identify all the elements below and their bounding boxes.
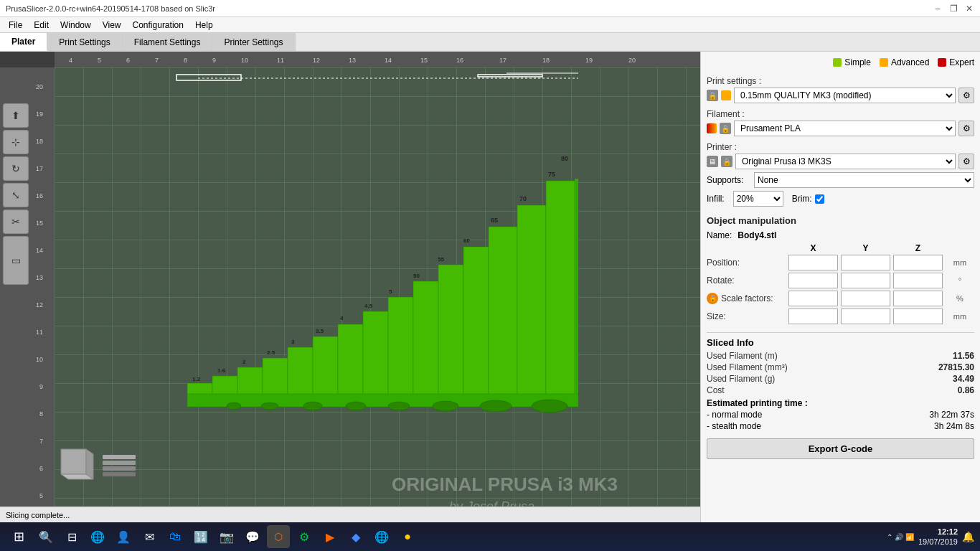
rotate-y[interactable]: 0	[841, 273, 890, 288]
svg-text:1.2: 1.2	[192, 376, 201, 382]
taskbar-store[interactable]: 🛍	[164, 525, 187, 548]
taskbar-greenapp[interactable]: ⚙	[293, 525, 316, 548]
start-button[interactable]: ⊞	[6, 524, 32, 550]
rotate-row: Rotate: 0 0 0 °	[707, 273, 974, 288]
filament-gear[interactable]: ⚙	[958, 121, 974, 136]
size-y[interactable]: 110.01	[841, 309, 890, 324]
svg-rect-54	[187, 394, 578, 407]
svg-text:65: 65	[491, 217, 498, 224]
menu-view[interactable]: View	[97, 19, 127, 32]
svg-rect-45	[363, 311, 388, 396]
taskbar-orange[interactable]: ▶	[319, 525, 341, 548]
title-text: PrusaSlicer-2.0.0-rc+win64-20190514-1708…	[6, 4, 215, 13]
infill-select[interactable]: 20%	[733, 191, 783, 207]
tab-filament-settings[interactable]: Filament Settings	[123, 33, 213, 51]
menu-configuration[interactable]: Configuration	[127, 19, 189, 32]
taskbar-calc[interactable]: 🔢	[189, 525, 212, 548]
scale-y[interactable]: 100	[841, 291, 890, 306]
position-z[interactable]: 3.59	[893, 255, 943, 270]
stealth-mode-row: - stealth mode 3h 24m 8s	[707, 421, 974, 431]
brim-checkbox[interactable]	[815, 194, 824, 204]
taskbar-taskview[interactable]: ⊟	[60, 525, 83, 548]
x-header: X	[788, 243, 838, 253]
taskbar-prusaslicer[interactable]: ⬡	[267, 525, 290, 548]
filament-row: 🔒 Prusament PLA ⚙	[707, 121, 974, 136]
obj-name-row: Name: Body4.stl	[707, 230, 974, 240]
supports-label: Supports:	[707, 175, 750, 185]
taskbar-photos[interactable]: 📷	[215, 525, 238, 548]
svg-text:60: 60	[463, 237, 470, 244]
svg-rect-44	[338, 324, 363, 396]
position-x[interactable]: 122.51	[788, 255, 838, 270]
position-y[interactable]: 111.35	[841, 255, 890, 270]
layers-tool[interactable]: ▭	[3, 236, 29, 285]
menu-file[interactable]: File	[3, 19, 28, 32]
layers-svg	[101, 451, 137, 486]
filament-mm3-label: Used Filament (mm³)	[707, 362, 788, 372]
scale-label: 🔒 Scale factors:	[707, 293, 786, 304]
scale-tool[interactable]: ⤡	[3, 183, 29, 207]
scale-x[interactable]: 100	[788, 291, 838, 306]
move-tool[interactable]: ⬆	[3, 103, 29, 128]
cut-tool[interactable]: ✂	[3, 209, 29, 234]
export-gcode-button[interactable]: Export G-code	[707, 438, 974, 459]
menu-window[interactable]: Window	[55, 19, 97, 32]
position-row: Position: 122.51 111.35 3.59 mm	[707, 255, 974, 270]
supports-select[interactable]: None	[754, 172, 974, 188]
svg-point-56	[261, 402, 278, 410]
printer-select[interactable]: Original Prusa i3 MK3S	[735, 154, 956, 169]
xyz-header: X Y Z	[707, 243, 974, 253]
mode-selector: Simple Advanced Expert	[707, 57, 974, 67]
maximize-button[interactable]: ❐	[948, 4, 958, 14]
brim-group: Brim:	[792, 194, 824, 204]
simple-dot	[833, 58, 842, 67]
cost-value: 0.86	[958, 385, 974, 395]
print-lock-icon: 🔒	[707, 90, 718, 101]
rotate-x[interactable]: 0	[788, 273, 838, 288]
tab-printer-settings[interactable]: Printer Settings	[212, 33, 295, 51]
menu-help[interactable]: Help	[189, 19, 219, 32]
mode-advanced[interactable]: Advanced	[880, 57, 929, 67]
filament-select[interactable]: Prusament PLA	[734, 121, 956, 136]
viewport[interactable]: 4 5 6 7 8 9 10 11 12 13 14 15 16 17 18 1…	[0, 52, 700, 522]
cost-row: Cost 0.86	[707, 385, 974, 395]
taskbar-ie[interactable]: 🌐	[86, 525, 109, 548]
cube-nav[interactable]	[57, 446, 97, 485]
tab-plater[interactable]: Plater	[0, 33, 47, 51]
svg-text:10: 10	[241, 57, 248, 64]
scale-z[interactable]: 100	[893, 291, 943, 306]
svg-text:5: 5	[389, 288, 392, 295]
printer-gear[interactable]: ⚙	[958, 154, 974, 169]
minimize-button[interactable]: –	[933, 4, 943, 14]
mode-simple[interactable]: Simple	[833, 57, 871, 67]
rotate-tool[interactable]: ↻	[3, 156, 29, 181]
menu-edit[interactable]: Edit	[28, 19, 55, 32]
print-settings-select[interactable]: 0.15mm QUALITY MK3 (modified)	[734, 88, 956, 103]
select-tool[interactable]: ⊹	[3, 130, 29, 154]
size-z[interactable]: 7.19	[893, 309, 943, 324]
scale-lock-icon[interactable]: 🔒	[707, 293, 718, 304]
close-button[interactable]: ✕	[964, 4, 974, 14]
filament-mm3-row: Used Filament (mm³) 27815.30	[707, 362, 974, 372]
taskbar-mail[interactable]: ✉	[138, 525, 161, 548]
svg-rect-49	[463, 247, 489, 396]
ruler-left: 20 19 18 17 16 15 14 13 12 11 10 9 8 7 6…	[0, 67, 55, 507]
taskbar-search[interactable]: 🔍	[34, 525, 57, 548]
print-settings-gear[interactable]: ⚙	[958, 88, 974, 103]
taskbar-chrome[interactable]: ●	[396, 525, 419, 548]
taskbar-blue[interactable]: ◆	[344, 525, 367, 548]
taskbar-browser[interactable]: 🌐	[370, 525, 393, 548]
notification-icon[interactable]: 🔔	[962, 531, 974, 542]
object-svg: 1.2 1.6 2 2.5 3 3.5 4 4.5 5 50 55 60 65 …	[55, 67, 700, 507]
rotate-z[interactable]: 0	[893, 273, 943, 288]
main-body: 4 5 6 7 8 9 10 11 12 13 14 15 16 17 18 1…	[0, 52, 980, 522]
cube-nav-svg	[57, 446, 97, 485]
taskbar-people[interactable]: 👤	[112, 525, 135, 548]
tab-print-settings[interactable]: Print Settings	[47, 33, 122, 51]
layers-icon[interactable]	[101, 451, 137, 486]
svg-text:5: 5	[39, 492, 43, 499]
taskbar-skype[interactable]: 💬	[241, 525, 264, 548]
size-x[interactable]: 140	[788, 309, 838, 324]
mode-expert[interactable]: Expert	[938, 57, 974, 67]
svg-rect-50	[489, 227, 517, 396]
